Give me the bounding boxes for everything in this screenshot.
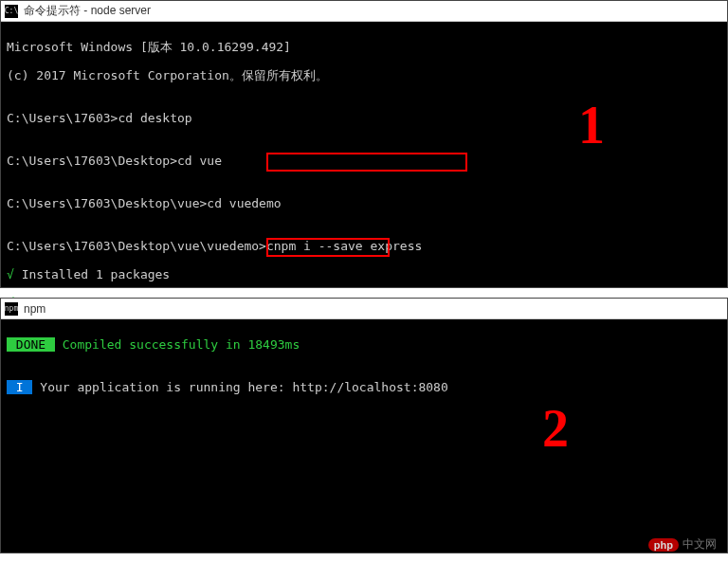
- watermark-text: 中文网: [682, 536, 717, 553]
- term2-line: DONE Compiled successfully in 18493ms: [7, 337, 721, 352]
- terminal-body-2[interactable]: DONE Compiled successfully in 18493ms I …: [1, 319, 727, 553]
- done-badge: DONE: [7, 337, 55, 352]
- cmd-window-1: C:\ 命令提示符 - node server Microsoft Window…: [0, 0, 728, 288]
- npm-icon: npm: [5, 302, 18, 316]
- term1-line: C:\Users\17603\Desktop\vue>cd vuedemo: [7, 196, 721, 210]
- info-badge: I: [7, 380, 32, 394]
- checkmark-icon: √: [7, 267, 14, 281]
- term1-line: (c) 2017 Microsoft Corporation。保留所有权利。: [7, 68, 721, 82]
- term1-line: √ Installed 1 packages: [7, 267, 721, 281]
- term1-line: C:\Users\17603\Desktop\vue\vuedemo>cnpm …: [7, 239, 721, 253]
- term1-line: Microsoft Windows [版本 10.0.16299.492]: [7, 40, 721, 54]
- titlebar-1[interactable]: C:\ 命令提示符 - node server: [1, 1, 727, 22]
- cmd-icon: C:\: [5, 5, 18, 18]
- cmd-window-2: npm npm DONE Compiled successfully in 18…: [0, 298, 728, 553]
- watermark-badge: php: [648, 538, 679, 552]
- title-text-2: npm: [24, 302, 46, 316]
- term2-line: I Your application is running here: http…: [7, 380, 721, 394]
- term1-line: C:\Users\17603\Desktop>cd vue: [7, 154, 721, 168]
- title-text-1: 命令提示符 - node server: [24, 3, 151, 19]
- term1-line: C:\Users\17603>cd desktop: [7, 111, 721, 125]
- terminal-body-1[interactable]: Microsoft Windows [版本 10.0.16299.492] (c…: [1, 22, 727, 287]
- titlebar-2[interactable]: npm npm: [1, 299, 727, 319]
- watermark: php 中文网: [648, 536, 717, 553]
